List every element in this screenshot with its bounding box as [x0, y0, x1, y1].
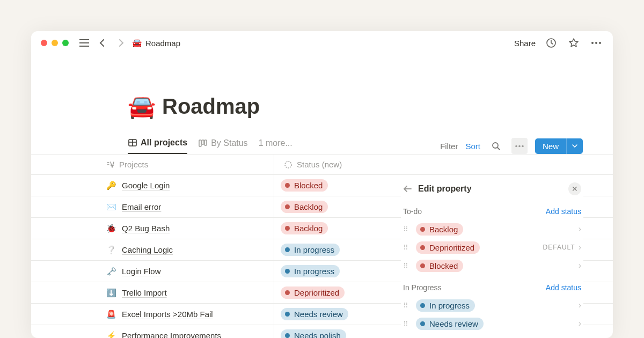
status-pill: Backlog [416, 223, 463, 236]
project-cell[interactable]: 🗝️ Login Flow [31, 261, 274, 282]
status-label: Needs review [429, 319, 478, 328]
status-option[interactable]: ⠿ Backlog › [403, 220, 581, 238]
favorite-icon[interactable] [567, 36, 581, 50]
project-cell[interactable]: ⚡ Performance Improvements [31, 325, 274, 338]
row-name: Google Login [122, 181, 170, 190]
more-icon[interactable] [589, 36, 603, 50]
chevron-right-icon: › [579, 224, 581, 234]
status-dot-icon [285, 290, 290, 295]
new-button[interactable]: New [535, 138, 583, 154]
column-status[interactable]: Status (new) [274, 155, 613, 174]
svg-rect-6 [202, 140, 204, 144]
panel-title: Edit property [418, 184, 472, 194]
row-emoji: 🗝️ [106, 267, 116, 276]
maximize-window[interactable] [62, 40, 69, 46]
svg-rect-7 [204, 140, 207, 145]
column-projects[interactable]: Projects [31, 155, 274, 174]
breadcrumb-title: Roadmap [145, 39, 180, 48]
status-pill: Needs review [416, 318, 484, 330]
drag-handle-icon[interactable]: ⠿ [403, 225, 411, 233]
filter-button[interactable]: Filter [440, 142, 458, 151]
status-label: Backlog [429, 225, 458, 234]
svg-point-10 [518, 145, 521, 147]
status-pill: Backlog [281, 222, 328, 234]
add-status-button[interactable]: Add status [546, 283, 581, 292]
column-label: Projects [119, 160, 148, 169]
minimize-window[interactable] [52, 40, 58, 46]
row-emoji: 🐞 [106, 224, 116, 233]
chevron-right-icon: › [579, 319, 581, 328]
status-option[interactable]: ⠿ Needs review › [403, 314, 581, 333]
status-dot-icon [285, 312, 290, 317]
status-option[interactable]: ⠿ In progress › [403, 296, 581, 314]
row-name: Trello Import [122, 288, 167, 297]
project-cell[interactable]: 🐞 Q2 Bug Bash [31, 218, 274, 239]
updates-icon[interactable] [544, 36, 558, 50]
drag-handle-icon[interactable]: ⠿ [403, 320, 411, 328]
view-options-icon[interactable] [511, 138, 528, 154]
new-button-dropdown[interactable] [566, 138, 583, 154]
status-label: Deprioritized [294, 288, 339, 297]
back-icon[interactable] [96, 36, 109, 50]
status-col-icon [284, 160, 292, 169]
tab-label: All projects [141, 138, 187, 148]
status-label: Deprioritized [429, 243, 474, 252]
project-cell[interactable]: 🔑 Google Login [31, 175, 274, 196]
svg-point-9 [515, 145, 517, 147]
back-arrow-icon[interactable] [403, 185, 412, 193]
project-cell[interactable]: ⬇️ Trello Import [31, 282, 274, 303]
status-label: Blocked [429, 261, 458, 270]
status-option[interactable]: ⠿ Deprioritized DEFAULT › [403, 238, 581, 256]
forward-icon[interactable] [114, 36, 128, 50]
row-emoji: ❔ [106, 245, 116, 255]
svg-point-12 [285, 161, 291, 168]
status-option[interactable]: ⠿ Blocked › [403, 256, 581, 275]
page-emoji[interactable]: 🚘 [128, 93, 156, 120]
row-emoji: ✉️ [106, 202, 116, 212]
column-label: Status (new) [297, 160, 342, 169]
svg-point-3 [599, 42, 601, 44]
menu-icon[interactable] [77, 36, 91, 50]
status-dot-icon [420, 263, 425, 268]
status-label: In progress [294, 245, 334, 254]
status-pill: In progress [281, 265, 340, 277]
close-icon[interactable]: ✕ [568, 182, 581, 195]
project-cell[interactable]: ✉️ Email error [31, 196, 274, 217]
search-icon[interactable] [488, 138, 504, 154]
status-pill: Needs review [281, 308, 348, 320]
row-emoji: 🔑 [106, 181, 116, 190]
drag-handle-icon[interactable]: ⠿ [403, 244, 411, 252]
tab-all-projects[interactable]: All projects [128, 138, 187, 154]
drag-handle-icon[interactable]: ⠿ [403, 262, 411, 270]
titlebar: 🚘 Roadmap Share [31, 31, 613, 55]
table-icon [128, 138, 137, 148]
share-button[interactable]: Share [514, 39, 536, 48]
breadcrumb[interactable]: 🚘 Roadmap [132, 38, 180, 48]
table-header: Projects Status (new) [31, 155, 613, 175]
row-name: Login Flow [122, 267, 161, 276]
sort-button[interactable]: Sort [465, 142, 480, 151]
chevron-right-icon: › [579, 243, 581, 252]
status-label: Backlog [294, 224, 323, 233]
add-status-button[interactable]: Add status [546, 207, 581, 216]
svg-point-1 [591, 42, 594, 44]
status-pill: In progress [281, 244, 340, 256]
default-tag: DEFAULT [543, 244, 575, 251]
tab-more[interactable]: 1 more... [259, 138, 292, 153]
text-icon [106, 161, 115, 168]
row-emoji: ⬇️ [106, 288, 116, 298]
close-window[interactable] [41, 40, 47, 46]
status-label: In progress [294, 267, 334, 276]
page-title[interactable]: Roadmap [162, 94, 260, 119]
new-button-label[interactable]: New [535, 138, 566, 154]
drag-handle-icon[interactable]: ⠿ [403, 302, 411, 310]
project-cell[interactable]: ❔ Caching Logic [31, 239, 274, 260]
status-pill: Needs polish [281, 329, 346, 338]
status-dot-icon [285, 269, 290, 274]
status-section: To-do Add status ⠿ Backlog › ⠿ Depriori [401, 201, 583, 277]
row-name: Email error [122, 202, 161, 211]
project-cell[interactable]: 🚨 Excel Imports >20Mb Fail [31, 304, 274, 325]
status-dot-icon [285, 247, 290, 252]
app-window: 🚘 Roadmap Share 🚘 Roadmap All projects [31, 31, 613, 338]
tab-by-status[interactable]: By Status [198, 138, 247, 153]
